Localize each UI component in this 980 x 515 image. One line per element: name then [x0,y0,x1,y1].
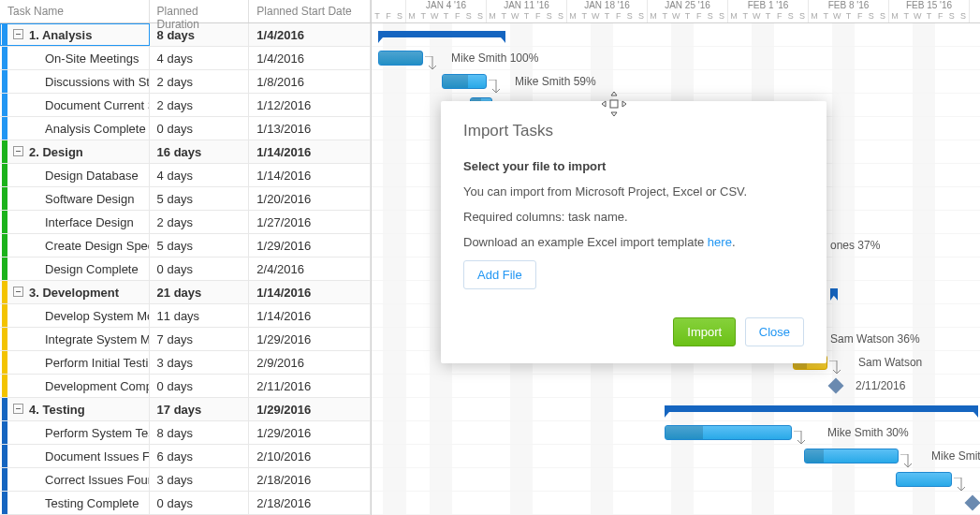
task-start-date[interactable]: 1/13/2016 [249,117,371,140]
task-row[interactable]: Design Database4 days1/14/2016 [0,164,371,187]
task-start-date[interactable]: 1/29/2016 [249,234,371,257]
task-row[interactable]: Discussions with Stakeholders2 days1/8/2… [0,70,371,94]
task-duration[interactable]: 17 days [150,398,250,420]
summary-bar[interactable] [665,405,978,412]
task-duration[interactable]: 6 days [150,445,250,467]
task-duration[interactable]: 0 days [150,258,250,280]
task-row[interactable]: Analysis Complete0 days1/13/2016 [0,117,371,140]
milestone[interactable] [828,378,844,394]
gantt-row[interactable]: 2/11/2016 [372,375,980,398]
task-start-date[interactable]: 1/14/2016 [249,281,371,303]
task-row[interactable]: Interface Design2 days1/27/2016 [0,211,371,234]
dialog-text-3: Download an example Excel import templat… [463,235,804,249]
task-start-date[interactable]: 2/18/2016 [249,492,371,514]
collapse-toggle[interactable] [13,146,23,156]
gantt-row[interactable] [372,492,980,515]
task-start-date[interactable]: 1/14/2016 [249,140,371,163]
gantt-row[interactable]: Mike Smith 100% [372,47,980,70]
task-duration[interactable]: 21 days [150,281,250,303]
task-name: Design Complete [45,262,139,276]
task-duration[interactable]: 3 days [150,468,250,491]
task-row[interactable]: Perform System Tests8 days1/29/2016 [0,421,371,445]
task-duration[interactable]: 5 days [150,234,250,257]
task-duration[interactable]: 16 days [150,140,250,163]
task-duration[interactable]: 0 days [150,375,250,397]
task-row[interactable]: Create Design Specification5 days1/29/20… [0,234,371,258]
task-row[interactable]: 3. Development21 days1/14/2016 [0,281,371,304]
task-duration[interactable]: 2 days [150,94,250,116]
task-row[interactable]: 4. Testing17 days1/29/2016 [0,398,371,421]
move-cursor-icon [600,90,628,121]
collapse-toggle[interactable] [13,404,23,414]
task-start-date[interactable]: 1/14/2016 [249,304,371,327]
task-row[interactable]: Integrate System Modules7 days1/29/2016 [0,328,371,351]
task-start-date[interactable]: 2/18/2016 [249,468,371,491]
task-duration[interactable]: 4 days [150,164,250,186]
task-row[interactable]: 2. Design16 days1/14/2016 [0,140,371,164]
task-duration[interactable]: 2 days [150,211,250,233]
task-duration[interactable]: 8 days [150,23,250,46]
task-start-date[interactable]: 1/29/2016 [249,398,371,420]
task-start-date[interactable]: 1/29/2016 [249,328,371,350]
gantt-row[interactable] [372,398,980,421]
task-start-date[interactable]: 1/27/2016 [249,211,371,233]
task-name: Discussions with Stakeholders [45,75,150,89]
import-button[interactable]: Import [673,317,736,346]
add-file-button[interactable]: Add File [463,260,536,289]
collapse-toggle[interactable] [13,29,23,39]
task-row[interactable]: Document Current Systems2 days1/12/2016 [0,94,371,117]
task-duration[interactable]: 2 days [150,70,250,93]
task-start-date[interactable]: 1/14/2016 [249,164,371,186]
task-row[interactable]: Development Complete0 days2/11/2016 [0,375,371,398]
summary-bar[interactable] [378,31,505,37]
milestone[interactable] [965,495,980,511]
task-start-date[interactable]: 2/9/2016 [249,351,371,374]
task-name: Perform Initial Testing [45,356,150,370]
task-bar[interactable] [665,425,792,440]
gantt-row[interactable] [372,468,980,492]
task-row[interactable]: Perform Initial Testing3 days2/9/2016 [0,351,371,375]
column-header-name[interactable]: Task Name [0,0,150,22]
task-duration[interactable]: 7 days [150,328,250,350]
task-duration[interactable]: 11 days [150,304,250,327]
task-bar[interactable] [804,449,899,464]
week-label: JAN 18 '16 [567,0,647,11]
task-row[interactable]: Document Issues Found6 days2/10/2016 [0,445,371,468]
gantt-row[interactable] [372,23,980,47]
task-row[interactable]: 1. Analysis8 days1/4/2016 [0,23,371,47]
task-start-date[interactable]: 1/8/2016 [249,70,371,93]
task-start-date[interactable]: 1/20/2016 [249,187,371,210]
task-bar[interactable] [896,472,952,487]
gantt-row[interactable]: Mike Smith 30% [372,421,980,445]
collapse-toggle[interactable] [13,287,23,297]
task-row[interactable]: Design Complete0 days2/4/2016 [0,258,371,281]
task-bar[interactable] [442,74,487,89]
column-header-duration[interactable]: Planned Duration [150,0,250,22]
task-duration[interactable]: 3 days [150,351,250,374]
gantt-row[interactable]: Mike Smith [372,445,980,468]
example-template-link[interactable]: here [708,235,732,249]
task-duration[interactable]: 4 days [150,47,250,69]
task-row[interactable]: Correct Issues Found3 days2/18/2016 [0,468,371,492]
task-row[interactable]: On-Site Meetings4 days1/4/2016 [0,47,371,70]
week-label: FEB 8 '16 [809,0,888,11]
task-duration[interactable]: 8 days [150,421,250,444]
task-start-date[interactable]: 1/4/2016 [249,23,371,46]
task-start-date[interactable]: 1/29/2016 [249,421,371,444]
task-start-date[interactable]: 1/4/2016 [249,47,371,69]
task-row[interactable]: Software Design5 days1/20/2016 [0,187,371,211]
task-start-date[interactable]: 2/10/2016 [249,445,371,467]
task-start-date[interactable]: 2/4/2016 [249,258,371,280]
task-row[interactable]: Develop System Modules11 days1/14/2016 [0,304,371,328]
gantt-row[interactable]: Mike Smith 59% [372,70,980,94]
task-duration[interactable]: 5 days [150,187,250,210]
bar-label: Mike Smith 59% [515,75,596,88]
task-duration[interactable]: 0 days [150,492,250,514]
task-duration[interactable]: 0 days [150,117,250,140]
task-start-date[interactable]: 2/11/2016 [249,375,371,397]
column-header-start[interactable]: Planned Start Date [249,0,371,22]
task-start-date[interactable]: 1/12/2016 [249,94,371,116]
close-button[interactable]: Close [745,317,804,346]
task-row[interactable]: Testing Complete0 days2/18/2016 [0,492,371,515]
task-bar[interactable] [378,51,423,66]
